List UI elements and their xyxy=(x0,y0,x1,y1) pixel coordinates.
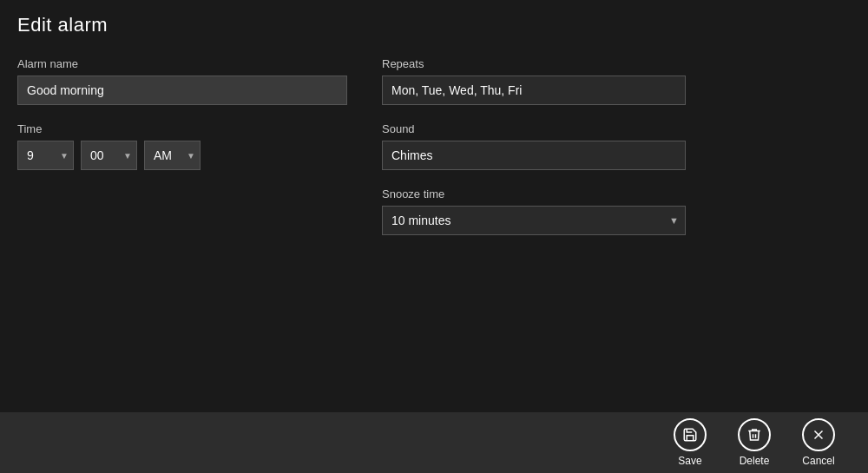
delete-label: Delete xyxy=(740,455,770,467)
time-label: Time xyxy=(17,122,347,135)
delete-button[interactable]: Delete xyxy=(731,415,778,470)
snooze-time-label: Snooze time xyxy=(382,187,851,200)
page-title: Edit alarm xyxy=(17,14,851,36)
period-select-wrapper: AMPM xyxy=(144,141,201,170)
save-button[interactable]: Save xyxy=(667,415,713,470)
snooze-time-field: Snooze time 5 minutes 10 minutes 15 minu… xyxy=(382,187,851,235)
sound-field: Sound xyxy=(382,122,851,170)
save-icon xyxy=(674,418,707,451)
repeats-field: Repeats xyxy=(382,57,851,105)
cancel-label: Cancel xyxy=(802,455,834,467)
snooze-select-wrapper: 5 minutes 10 minutes 15 minutes 20 minut… xyxy=(382,206,686,235)
delete-icon xyxy=(738,418,771,451)
cancel-icon xyxy=(802,418,835,451)
alarm-name-label: Alarm name xyxy=(17,57,347,70)
time-field: Time 1234 5678 9101112 00051015 20253035 xyxy=(17,122,347,170)
sound-input[interactable] xyxy=(382,141,686,170)
period-select[interactable]: AMPM xyxy=(144,141,201,170)
snooze-select[interactable]: 5 minutes 10 minutes 15 minutes 20 minut… xyxy=(382,206,686,235)
cancel-button[interactable]: Cancel xyxy=(795,415,842,470)
minute-select-wrapper: 00051015 20253035 40455055 xyxy=(81,141,137,170)
sound-label: Sound xyxy=(382,122,851,135)
alarm-name-input[interactable] xyxy=(17,76,347,105)
hour-select-wrapper: 1234 5678 9101112 xyxy=(17,141,74,170)
repeats-label: Repeats xyxy=(382,57,851,70)
save-label: Save xyxy=(678,455,701,467)
alarm-name-field: Alarm name xyxy=(17,57,347,105)
bottom-toolbar: Save Delete Cancel xyxy=(0,412,868,473)
hour-select[interactable]: 1234 5678 9101112 xyxy=(17,141,74,170)
repeats-input[interactable] xyxy=(382,76,686,105)
minute-select[interactable]: 00051015 20253035 40455055 xyxy=(81,141,137,170)
